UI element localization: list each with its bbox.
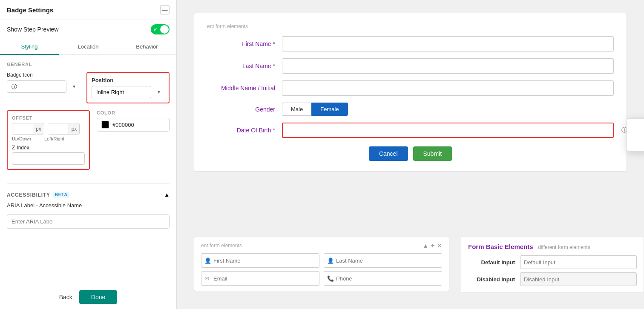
- last-name-label: Last Name *: [207, 63, 275, 69]
- person-icon-2: 👤: [327, 258, 334, 264]
- position-select[interactable]: Inline Right Inline Left Above Below: [92, 86, 151, 98]
- middle-name-label: Middle Name / Initial: [207, 85, 275, 92]
- aria-label-text: ARIA Label - Accessible Name: [7, 202, 170, 209]
- person-icon: 👤: [204, 258, 211, 264]
- offset-updown-unit: px: [33, 124, 44, 134]
- toggle-knob: [160, 25, 169, 34]
- aria-label-input[interactable]: [7, 215, 170, 229]
- middle-name-input[interactable]: [282, 80, 614, 96]
- position-group: Position Inline Right Inline Left Above …: [92, 77, 164, 98]
- dob-wrapper: × Date format should be mm/dd/yyyy ⓘ: [282, 123, 614, 138]
- position-label: Position: [92, 77, 164, 83]
- offset-leftright-input[interactable]: 775: [48, 123, 69, 134]
- show-preview-row: Show Step Preview ✓: [0, 20, 176, 39]
- toggle-check-icon: ✓: [153, 27, 157, 32]
- form-actions: Cancel Submit: [207, 146, 614, 161]
- preview-label: Show Step Preview: [7, 26, 58, 33]
- aria-label-field: ARIA Label - Accessible Name: [7, 202, 170, 229]
- form-header-text: ent form elements: [207, 23, 614, 29]
- offset-leftright-sub: Left/Right: [44, 136, 73, 141]
- default-input-row: Default Input: [468, 255, 637, 269]
- badge-icon-arrow: ▼: [72, 84, 76, 89]
- badge-icon-group: Badge Icon ⓘ ? ▼: [7, 72, 80, 103]
- tooltip-popup: × Date format should be mm/dd/yyyy: [627, 118, 644, 152]
- strip-header-row: ent form elements ▲ ✦ ✕: [201, 242, 442, 249]
- gender-male-button[interactable]: Male: [282, 103, 311, 116]
- bottom-phone-input[interactable]: [324, 271, 442, 286]
- disabled-input-label: Disabled Input: [468, 276, 515, 283]
- panel-content: GENERAL Badge Icon ⓘ ? ▼ Position: [0, 55, 176, 285]
- submit-button[interactable]: Submit: [413, 146, 452, 161]
- tooltip-text: Date format should be mm/dd/yyyy: [635, 127, 644, 143]
- position-select-wrapper: Inline Right Inline Left Above Below ▼: [92, 86, 164, 98]
- right-panel-subtitle: different form elements: [538, 244, 590, 250]
- position-arrow: ▼: [157, 90, 161, 94]
- strip-collapse-button[interactable]: ▲: [423, 242, 428, 249]
- gender-group: Male Female: [282, 103, 348, 116]
- offset-leftright-group: 775 px: [48, 123, 80, 134]
- dob-row: Date Of Birth * × Date format should be …: [207, 123, 614, 138]
- accessibility-label: ACCESSIBILITY: [7, 192, 50, 198]
- accessibility-collapse-icon: ▲: [164, 192, 170, 198]
- email-icon: ✉: [204, 275, 209, 282]
- phone-icon: 📞: [327, 275, 334, 282]
- last-name-input[interactable]: [282, 58, 614, 74]
- offset-leftright-unit: px: [69, 124, 80, 134]
- first-name-wrap: 👤: [201, 253, 319, 268]
- badge-icon-select[interactable]: ⓘ ?: [7, 80, 66, 93]
- minimize-button[interactable]: —: [160, 5, 170, 14]
- email-wrap: ✉: [201, 271, 319, 286]
- zindex-label: Z-Index: [12, 145, 85, 151]
- accessibility-header[interactable]: ACCESSIBILITY BETA ▲: [7, 187, 170, 202]
- gender-female-button[interactable]: Female: [311, 103, 348, 116]
- disabled-input: [520, 272, 637, 286]
- color-value: #000000: [112, 122, 134, 128]
- first-name-input[interactable]: [282, 36, 614, 52]
- color-label: Color: [97, 110, 170, 115]
- right-panel: Form Basic Elements different form eleme…: [461, 237, 644, 292]
- right-panel-inputs: Default Input Disabled Input: [468, 255, 637, 286]
- zindex-input[interactable]: 19000: [12, 152, 85, 165]
- dob-input[interactable]: [282, 123, 614, 138]
- offset-inputs: 0 px 775 px: [12, 123, 85, 134]
- bottom-lastname-input[interactable]: [324, 253, 442, 268]
- accessibility-title: ACCESSIBILITY BETA: [7, 192, 69, 198]
- offset-color-row: Offset 0 px 775 px Up/Down Left/Right Z-…: [7, 110, 170, 177]
- back-button[interactable]: Back: [59, 294, 72, 300]
- middle-name-row: Middle Name / Initial: [207, 80, 614, 96]
- strip-settings-button[interactable]: ✦: [430, 242, 435, 249]
- gender-row: Gender Male Female: [207, 103, 614, 116]
- last-name-wrap: 👤: [324, 253, 442, 268]
- section-general-label: GENERAL: [7, 62, 170, 67]
- main-content: ent form elements First Name * Last Name…: [177, 0, 644, 309]
- tab-styling[interactable]: Styling: [0, 39, 59, 55]
- tab-location[interactable]: Location: [59, 39, 118, 55]
- strip-close-button[interactable]: ✕: [437, 242, 442, 249]
- bottom-strip-header: ent form elements: [201, 243, 242, 249]
- position-box: Position Inline Right Inline Left Above …: [86, 72, 170, 103]
- bottom-email-input[interactable]: [201, 271, 319, 286]
- accessibility-section: ACCESSIBILITY BETA ▲ ARIA Label - Access…: [7, 183, 170, 229]
- cancel-button[interactable]: Cancel: [369, 146, 408, 161]
- beta-badge: BETA: [53, 192, 70, 197]
- tab-behavior[interactable]: Behavior: [118, 39, 176, 55]
- default-input[interactable]: [520, 255, 637, 269]
- preview-toggle[interactable]: ✓: [151, 24, 170, 34]
- tab-bar: Styling Location Behavior: [0, 39, 176, 55]
- first-name-row: First Name *: [207, 36, 614, 52]
- right-panel-header: Form Basic Elements different form eleme…: [468, 243, 637, 250]
- color-group: Color #000000: [97, 110, 170, 170]
- bottom-firstname-input[interactable]: [201, 253, 319, 268]
- dob-label: Date Of Birth *: [207, 127, 275, 134]
- color-input-row[interactable]: #000000: [97, 118, 170, 132]
- bottom-form-row: 👤 👤: [201, 253, 442, 268]
- offset-updown-input[interactable]: 0: [12, 123, 33, 134]
- panel-header: Badge Settings —: [0, 0, 176, 20]
- color-swatch[interactable]: [101, 121, 109, 129]
- offset-updown-sub: Up/Down: [12, 136, 41, 141]
- bottom-strip-controls: ▲ ✦ ✕: [423, 242, 442, 249]
- done-button[interactable]: Done: [79, 290, 117, 304]
- last-name-row: Last Name *: [207, 58, 614, 74]
- main-form-container: ent form elements First Name * Last Name…: [194, 13, 627, 172]
- icon-position-row: Badge Icon ⓘ ? ▼ Position Inline Right: [7, 72, 170, 103]
